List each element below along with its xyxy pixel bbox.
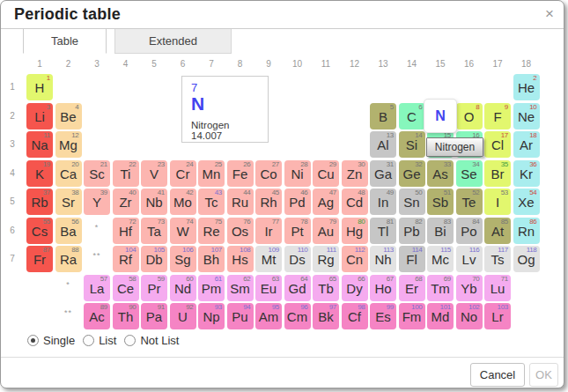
element-cell-Er[interactable]: 68Er xyxy=(399,275,425,301)
element-cell-Kr[interactable]: 36Kr xyxy=(513,160,540,187)
radio-not-list[interactable] xyxy=(124,335,136,346)
element-cell-Cd[interactable]: 48Cd xyxy=(342,189,368,215)
element-cell-Ru[interactable]: 44Ru xyxy=(227,189,254,215)
element-cell-Rh[interactable]: 45Rh xyxy=(255,189,282,215)
element-cell-Nd[interactable]: 60Nd xyxy=(170,275,196,301)
element-cell-Rg[interactable]: 111Rg xyxy=(313,246,339,272)
element-cell-Dy[interactable]: 66Dy xyxy=(342,275,368,301)
element-cell-V[interactable]: 23V xyxy=(141,160,167,187)
close-icon[interactable]: × xyxy=(545,5,554,23)
element-cell-Zr[interactable]: 40Zr xyxy=(113,189,139,215)
element-cell-Ac[interactable]: 89Ac xyxy=(84,303,110,329)
element-cell-Ca[interactable]: 20Ca xyxy=(55,160,82,187)
element-cell-Mo[interactable]: 42Mo xyxy=(170,189,196,215)
element-cell-B[interactable]: 5B xyxy=(370,103,396,129)
radio-single[interactable] xyxy=(27,335,39,346)
element-cell-Cr[interactable]: 24Cr xyxy=(170,160,196,187)
element-cell-Th[interactable]: 90Th xyxy=(113,303,139,329)
element-cell-Ag[interactable]: 47Ag xyxy=(313,189,339,215)
element-cell-C[interactable]: 6C xyxy=(399,103,425,129)
element-cell-Am[interactable]: 95Am xyxy=(255,303,282,329)
element-cell-Y[interactable]: 39Y xyxy=(84,189,110,215)
element-cell-Cn[interactable]: 112Cn xyxy=(342,246,368,272)
element-cell-Co[interactable]: 27Co xyxy=(255,160,282,187)
element-cell-Re[interactable]: 75Re xyxy=(198,218,225,244)
element-cell-No[interactable]: 102No xyxy=(456,303,483,329)
element-cell-Tl[interactable]: 81Tl xyxy=(370,218,396,244)
element-cell-Gd[interactable]: 64Gd xyxy=(284,275,311,301)
element-cell-Au[interactable]: 79Au xyxy=(313,218,339,244)
element-cell-Pb[interactable]: 82Pb xyxy=(399,218,425,244)
element-cell-Ta[interactable]: 73Ta xyxy=(141,218,167,244)
element-cell-Og[interactable]: 118Og xyxy=(513,246,540,272)
element-cell-Mc[interactable]: 115Mc xyxy=(427,246,454,272)
element-cell-U[interactable]: 92U xyxy=(170,303,196,329)
element-cell-Ni[interactable]: 28Ni xyxy=(284,160,311,187)
element-cell-Lv[interactable]: 116Lv xyxy=(456,246,483,272)
element-cell-Ar[interactable]: 18Ar xyxy=(513,131,540,158)
element-cell-N[interactable]: 7N xyxy=(424,100,456,132)
element-cell-F[interactable]: 9F xyxy=(484,103,511,129)
element-cell-Lr[interactable]: 103Lr xyxy=(484,303,511,329)
element-cell-Mt[interactable]: 109Mt xyxy=(255,246,282,272)
element-cell-Na[interactable]: 11Na xyxy=(26,131,53,158)
element-cell-Be[interactable]: 4Be xyxy=(55,103,82,129)
element-cell-At[interactable]: 85At xyxy=(484,218,511,244)
element-cell-Pu[interactable]: 94Pu xyxy=(227,303,254,329)
element-cell-Fr[interactable]: 87Fr xyxy=(26,246,53,272)
element-cell-Nb[interactable]: 41Nb xyxy=(141,189,167,215)
radio-not-list-label[interactable]: Not List xyxy=(140,334,179,347)
element-cell-Ba[interactable]: 56Ba xyxy=(55,218,82,244)
element-cell-Tb[interactable]: 65Tb xyxy=(313,275,339,301)
element-cell-Cf[interactable]: 98Cf xyxy=(342,303,368,329)
element-cell-Fl[interactable]: 114Fl xyxy=(399,246,425,272)
element-cell-K[interactable]: 19K xyxy=(26,160,53,187)
element-cell-Ra[interactable]: 88Ra xyxy=(55,246,82,272)
element-cell-Rf[interactable]: 104Rf xyxy=(113,246,139,272)
element-cell-Bi[interactable]: 83Bi xyxy=(427,218,454,244)
element-cell-Ds[interactable]: 110Ds xyxy=(284,246,311,272)
element-cell-Ti[interactable]: 22Ti xyxy=(113,160,139,187)
radio-list[interactable] xyxy=(83,335,94,346)
element-cell-Ge[interactable]: 32Ge xyxy=(399,160,425,187)
tab-table[interactable]: Table xyxy=(23,29,107,54)
element-cell-Pa[interactable]: 91Pa xyxy=(141,303,167,329)
element-cell-Md[interactable]: 101Md xyxy=(427,303,454,329)
element-cell-Cu[interactable]: 29Cu xyxy=(313,160,339,187)
element-cell-Pr[interactable]: 59Pr xyxy=(141,275,167,301)
element-cell-Yb[interactable]: 70Yb xyxy=(456,275,483,301)
element-cell-Xe[interactable]: 54Xe xyxy=(513,189,540,215)
element-cell-Ir[interactable]: 77Ir xyxy=(255,218,282,244)
element-cell-Sm[interactable]: 62Sm xyxy=(227,275,254,301)
element-cell-Db[interactable]: 105Db xyxy=(141,246,167,272)
element-cell-Te[interactable]: 52Te xyxy=(456,189,483,215)
element-cell-Fe[interactable]: 26Fe xyxy=(227,160,254,187)
element-cell-Pm[interactable]: 61Pm xyxy=(198,275,225,301)
element-cell-Mg[interactable]: 12Mg xyxy=(55,131,82,158)
element-cell-La[interactable]: 57La xyxy=(84,275,110,301)
element-cell-Hs[interactable]: 108Hs xyxy=(227,246,254,272)
element-cell-Bh[interactable]: 107Bh xyxy=(198,246,225,272)
element-cell-In[interactable]: 49In xyxy=(370,189,396,215)
element-cell-Rb[interactable]: 37Rb xyxy=(26,189,53,215)
element-cell-Si[interactable]: 14Si xyxy=(399,131,425,158)
element-cell-Pt[interactable]: 78Pt xyxy=(284,218,311,244)
element-cell-Al[interactable]: 13Al xyxy=(370,131,396,158)
element-cell-Sr[interactable]: 38Sr xyxy=(55,189,82,215)
element-cell-W[interactable]: 74W xyxy=(170,218,196,244)
element-cell-H[interactable]: 1H xyxy=(26,74,53,100)
element-cell-Ga[interactable]: 31Ga xyxy=(370,160,396,187)
element-cell-Rn[interactable]: 86Rn xyxy=(513,218,540,244)
element-cell-Ts[interactable]: 117Ts xyxy=(484,246,511,272)
element-cell-Np[interactable]: 93Np xyxy=(198,303,225,329)
element-cell-Sg[interactable]: 106Sg xyxy=(170,246,196,272)
element-cell-As[interactable]: 33As xyxy=(427,160,454,187)
element-cell-Ce[interactable]: 58Ce xyxy=(113,275,139,301)
element-cell-Tc[interactable]: 43Tc xyxy=(198,189,225,215)
radio-list-label[interactable]: List xyxy=(99,334,116,347)
tab-extended[interactable]: Extended xyxy=(114,29,232,54)
element-cell-Sn[interactable]: 50Sn xyxy=(399,189,425,215)
element-cell-Cm[interactable]: 96Cm xyxy=(284,303,311,329)
element-cell-Eu[interactable]: 63Eu xyxy=(255,275,282,301)
element-cell-Bk[interactable]: 97Bk xyxy=(313,303,339,329)
